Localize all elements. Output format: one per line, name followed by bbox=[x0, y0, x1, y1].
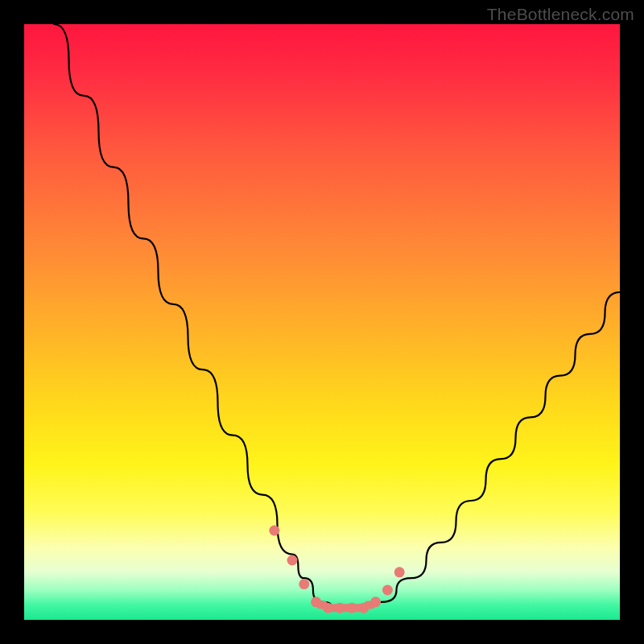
curve-svg bbox=[24, 24, 620, 620]
marker-dot bbox=[358, 603, 369, 613]
plot-area bbox=[24, 24, 620, 620]
marker-group bbox=[269, 526, 404, 613]
chart-frame: TheBottleneck.com bbox=[0, 0, 644, 644]
marker-dot bbox=[370, 597, 381, 607]
watermark-text: TheBottleneck.com bbox=[487, 5, 634, 24]
marker-dot bbox=[347, 603, 357, 613]
marker-dot bbox=[382, 585, 393, 596]
marker-dot bbox=[269, 526, 279, 536]
bottleneck-curve-path bbox=[54, 24, 620, 608]
marker-dot bbox=[311, 597, 321, 607]
marker-dot bbox=[299, 579, 309, 589]
marker-dot bbox=[287, 555, 298, 566]
marker-dot bbox=[335, 603, 345, 613]
marker-dot bbox=[323, 603, 333, 613]
marker-dot bbox=[394, 567, 405, 577]
